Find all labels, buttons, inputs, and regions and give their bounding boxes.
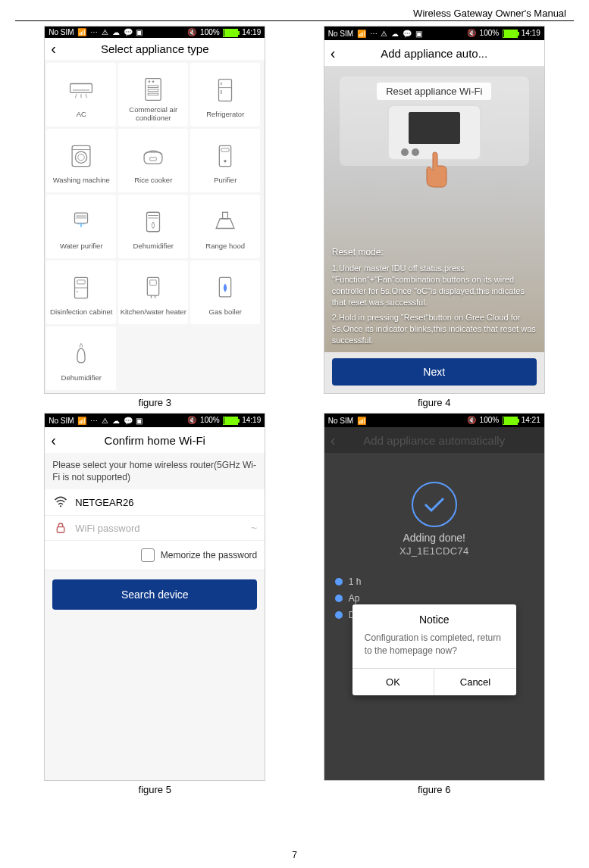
reset-wifi-title: Reset appliance Wi-Fi	[377, 83, 491, 100]
mute-icon: 🔇	[187, 28, 196, 36]
svg-point-7	[152, 81, 155, 83]
refrigerator-icon	[212, 76, 238, 104]
memorize-password-checkbox[interactable]	[141, 548, 155, 562]
svg-point-42	[60, 506, 61, 507]
mute-icon: 🔇	[467, 416, 476, 424]
dialog-title: Notice	[352, 604, 516, 629]
memorize-password-label: Memorize the password	[161, 550, 257, 560]
no-sim-text: No SIM	[49, 28, 74, 36]
svg-line-4	[86, 94, 87, 98]
clock-text: 14:19	[242, 28, 261, 36]
password-row[interactable]: WiFi password ~	[45, 516, 265, 541]
appliance-item-disinfection-cabinet[interactable]: Disinfection cabinet	[46, 261, 116, 324]
cloud-icon: ☁	[112, 28, 120, 36]
battery-icon	[223, 29, 238, 37]
figure-6-caption: figure 6	[418, 784, 450, 795]
appliance-item-dehumidifier2[interactable]: Dehumidifier	[46, 326, 116, 390]
svg-rect-8	[148, 86, 158, 88]
figure-4-caption: figure 4	[418, 397, 450, 408]
appliance-label: Gas boiler	[208, 304, 243, 320]
warning-icon: ⚠	[102, 417, 108, 425]
appliance-item-range-hood[interactable]: Range hood	[190, 195, 260, 258]
warning-icon: ⚠	[381, 30, 387, 38]
ssid-row[interactable]: NETGEAR26	[45, 489, 265, 516]
svg-rect-20	[150, 158, 157, 161]
dialog-ok-button[interactable]: OK	[352, 669, 435, 695]
figure-3-caption: figure 3	[139, 397, 171, 408]
page-title: Add appliance auto...	[331, 47, 538, 60]
svg-rect-38	[150, 280, 157, 286]
notice-dialog: Notice Configuration is completed, retur…	[352, 604, 516, 695]
figure-3-screenshot: No SIM 📶 ⋯ ⚠ ☁ 💬 ▣ 🔇 100% 14:19	[44, 26, 265, 394]
card-icon: ▣	[136, 28, 143, 36]
status-bar: No SIM 📶 ⋯ ⚠ ☁ 💬 ▣ 🔇 100% 14:19	[45, 414, 265, 427]
svg-rect-22	[221, 148, 229, 151]
bullet-icon	[335, 595, 343, 602]
commercial-ac-icon	[140, 76, 166, 103]
page-title: Select appliance type	[51, 42, 258, 55]
cloud-icon: ☁	[112, 417, 120, 425]
appliance-label: Refrigerator	[205, 107, 246, 122]
gas-boiler-icon	[212, 274, 238, 301]
svg-point-17	[78, 154, 85, 161]
svg-rect-11	[219, 80, 232, 101]
appliance-item-commercial-ac[interactable]: Commercial air conditioner	[118, 63, 188, 126]
mute-icon: 🔇	[187, 416, 196, 424]
dialog-message: Configuration is completed, return to th…	[352, 629, 516, 668]
svg-rect-32	[223, 212, 228, 219]
room-background: Reset appliance Wi-Fi	[324, 66, 544, 352]
figure-5-caption: figure 5	[139, 784, 171, 795]
page-number: 7	[0, 850, 589, 860]
appliance-label: Disinfection cabinet	[49, 304, 114, 320]
adding-done-text: Adding done!	[324, 532, 544, 544]
status-bar: No SIM 📶 ⋯ ⚠ ☁ 💬 ▣ 🔇 100% 14:19	[45, 27, 265, 38]
appliance-label: Purifier	[212, 173, 238, 188]
svg-point-23	[224, 160, 227, 162]
status-bar: No SIM 📶 ⋯ ⚠ ☁ 💬 ▣ 🔇 100% 14:19	[324, 27, 544, 40]
page-title: Add appliance automatically	[331, 434, 538, 447]
card-icon: ▣	[415, 30, 422, 38]
wifi-icon: 📶	[77, 28, 86, 36]
washing-machine-icon	[68, 142, 94, 170]
appliance-label: Dehumidifier	[132, 239, 175, 254]
appliance-item-gas-boiler[interactable]: Gas boiler	[190, 261, 260, 324]
appliance-item-ac[interactable]: AC	[46, 63, 116, 126]
appliance-label: Commercial air conditioner	[118, 106, 188, 122]
appliance-item-kitchen-water-heater[interactable]: Kitchen/water heater	[118, 261, 188, 324]
ssid-value: NETGEAR26	[75, 497, 257, 508]
svg-point-16	[76, 151, 87, 163]
svg-rect-10	[148, 93, 158, 95]
figure-4-screenshot: No SIM 📶 ⋯ ⚠ ☁ 💬 ▣ 🔇 100% 14:19	[324, 26, 545, 394]
dehumidifier-icon	[140, 208, 166, 236]
dialog-cancel-button[interactable]: Cancel	[434, 669, 516, 695]
next-button[interactable]: Next	[332, 358, 537, 386]
svg-point-6	[149, 81, 151, 83]
dehumidifier2-icon	[68, 340, 94, 367]
appliance-item-dehumidifier[interactable]: Dehumidifier	[118, 195, 188, 258]
reset-step-2: 2.Hold in pressing "Reset"button on Gree…	[332, 312, 537, 346]
svg-rect-19	[144, 152, 162, 164]
rice-cooker-icon	[140, 142, 166, 170]
appliance-item-water-purifier[interactable]: Water purifier	[46, 195, 116, 258]
appliance-item-refrigerator[interactable]: Refrigerator	[190, 63, 260, 126]
reset-mode-header: Reset mode:	[332, 246, 537, 258]
card-icon: ▣	[136, 417, 143, 425]
water-purifier-icon	[68, 208, 94, 236]
battery-icon	[223, 417, 238, 425]
page-title: Confirm home Wi-Fi	[51, 434, 258, 447]
lock-icon	[52, 522, 69, 534]
search-device-button[interactable]: Search device	[52, 579, 257, 610]
appliance-item-purifier[interactable]: Purifier	[190, 129, 260, 192]
wifi-icon: 📶	[357, 417, 366, 425]
password-input[interactable]: WiFi password	[75, 523, 251, 534]
svg-rect-25	[76, 215, 86, 219]
appliance-label: Range hood	[204, 239, 246, 254]
disinfection-cabinet-icon	[68, 274, 94, 301]
appliance-item-washing-machine[interactable]: Washing machine	[46, 129, 116, 192]
appliance-item-rice-cooker[interactable]: Rice cooker	[118, 129, 188, 192]
svg-rect-35	[77, 280, 85, 284]
show-password-icon[interactable]: ~	[251, 522, 257, 534]
header-rule	[15, 20, 574, 21]
figure-6-screenshot: No SIM 📶 🔇 100% 14:21 ‹ Add appliance au…	[324, 413, 545, 781]
function-button-icon	[401, 148, 409, 156]
